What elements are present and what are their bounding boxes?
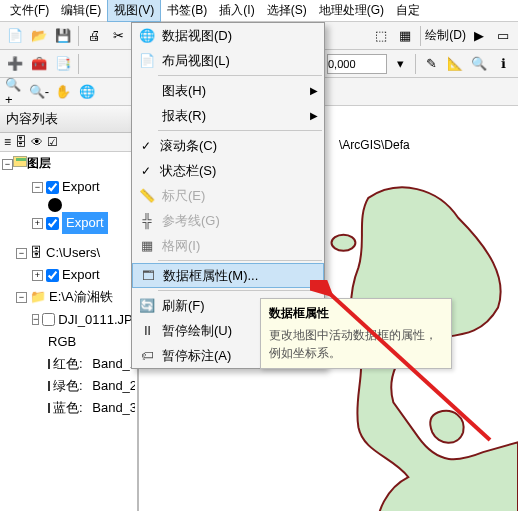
menu-separator (158, 290, 322, 291)
scale-input[interactable] (327, 54, 387, 74)
layer-checkbox[interactable] (46, 269, 59, 282)
separator (415, 54, 416, 74)
check-icon: ✓ (136, 164, 156, 178)
menu-dataframe-properties[interactable]: 🗔数据框属性(M)... (132, 263, 324, 288)
submenu-arrow-icon: ▶ (308, 85, 320, 96)
layer-checkbox[interactable] (46, 181, 59, 194)
draw-label: 绘制(D) (425, 27, 466, 44)
toc-dji[interactable]: −DJI_0111.JPG (2, 309, 135, 331)
collapse-icon[interactable]: − (32, 314, 39, 325)
folder-icon: 📁 (30, 286, 46, 308)
menu-view[interactable]: 视图(V) (107, 0, 161, 22)
toc-layers-root[interactable]: −图层 (2, 155, 129, 172)
blue-swatch-icon (48, 403, 50, 413)
collapse-icon[interactable]: − (2, 159, 13, 170)
list-by-visibility-icon[interactable]: 👁 (31, 135, 43, 149)
toc-export-selected[interactable]: +Export (2, 212, 135, 234)
separator (420, 26, 421, 46)
add-data-icon[interactable]: ➕ (4, 53, 26, 75)
menu-insert[interactable]: 插入(I) (213, 0, 260, 21)
save-icon[interactable]: 💾 (52, 25, 74, 47)
collapse-icon[interactable]: − (16, 292, 27, 303)
ruler-icon: 📏 (136, 188, 158, 203)
open-icon[interactable]: 📂 (28, 25, 50, 47)
menu-data-view[interactable]: 🌐数据视图(D) (132, 23, 324, 48)
menu-separator (158, 75, 322, 76)
polygon-feature-tiny (331, 235, 355, 251)
layers-icon[interactable]: ⬚ (370, 25, 392, 47)
check-icon: ✓ (136, 139, 156, 153)
globe-icon: 🌐 (136, 28, 158, 43)
toc-band-red: 红色: Band_1 (2, 353, 135, 375)
tooltip-title: 数据框属性 (269, 305, 443, 322)
layer-checkbox[interactable] (46, 217, 59, 230)
point-symbol-icon (48, 198, 62, 212)
toc-symbol-circle (2, 198, 135, 212)
toc-export2[interactable]: +Export (2, 264, 135, 286)
menu-separator (158, 130, 322, 131)
new-icon[interactable]: 📄 (4, 25, 26, 47)
rect-icon[interactable]: ▭ (492, 25, 514, 47)
catalog-icon[interactable]: 📑 (52, 53, 74, 75)
dropdown-icon[interactable]: ▾ (389, 53, 411, 75)
zoom-out-icon[interactable]: 🔍- (28, 81, 50, 103)
green-swatch-icon (48, 381, 50, 391)
list-by-source-icon[interactable]: 🗄 (15, 135, 27, 149)
menu-report[interactable]: 报表(R)▶ (132, 103, 324, 128)
pointer-icon[interactable]: ▶ (468, 25, 490, 47)
editor-icon[interactable]: ✎ (420, 53, 442, 75)
full-extent-icon[interactable]: 🌐 (76, 81, 98, 103)
nav-toolbar-area: 🔍+ 🔍- ✋ 🌐 内容列表 ≡ 🗄 👁 ☑ −图层 (0, 78, 131, 175)
print-icon[interactable]: 🖨 (83, 25, 105, 47)
toc-path2[interactable]: −🗄C:\Users\ (2, 242, 135, 264)
menu-bookmark[interactable]: 书签(B) (161, 0, 213, 21)
toc-band-green: 绿色: Band_2 (2, 375, 135, 397)
measure-icon[interactable]: 📐 (444, 53, 466, 75)
submenu-arrow-icon: ▶ (308, 110, 320, 121)
red-swatch-icon (48, 359, 50, 369)
path-label: \ArcGIS\Defa (339, 138, 410, 152)
polygon-feature-small (430, 411, 463, 443)
grid-icon: ▦ (136, 238, 158, 253)
menu-statusbar[interactable]: ✓状态栏(S) (132, 158, 324, 183)
menu-layout-view[interactable]: 📄布局视图(L) (132, 48, 324, 73)
toc-rgb: RGB (2, 331, 135, 353)
menu-chart[interactable]: 图表(H)▶ (132, 78, 324, 103)
expand-icon[interactable]: + (32, 218, 43, 229)
refresh-icon: 🔄 (136, 298, 158, 313)
pause-icon: ⏸ (136, 323, 158, 338)
layers-icon (13, 156, 27, 167)
toc-path3[interactable]: −📁E:\A渝湘铁 (2, 286, 135, 308)
list-by-selection-icon[interactable]: ☑ (47, 135, 58, 149)
menubar: 文件(F) 编辑(E) 视图(V) 书签(B) 插入(I) 选择(S) 地理处理… (0, 0, 518, 22)
tooltip: 数据框属性 更改地图中活动数据框的属性，例如坐标系。 (260, 298, 452, 369)
toc-toolbar: ≡ 🗄 👁 ☑ (0, 133, 131, 152)
list-by-drawing-icon[interactable]: ≡ (4, 135, 11, 149)
menu-select[interactable]: 选择(S) (261, 0, 313, 21)
cut-icon[interactable]: ✂ (107, 25, 129, 47)
properties-icon: 🗔 (137, 268, 159, 283)
collapse-icon[interactable]: − (32, 182, 43, 193)
menu-edit[interactable]: 编辑(E) (55, 0, 107, 21)
menu-geoprocessing[interactable]: 地理处理(G) (313, 0, 390, 21)
menu-customize[interactable]: 自定 (390, 0, 426, 21)
page-icon: 📄 (136, 53, 158, 68)
menu-scrollbar[interactable]: ✓滚动条(C) (132, 133, 324, 158)
menu-file[interactable]: 文件(F) (4, 0, 55, 21)
toolbox-icon[interactable]: 🧰 (28, 53, 50, 75)
layer-checkbox[interactable] (42, 313, 55, 326)
collapse-icon[interactable]: − (16, 248, 27, 259)
pan-icon[interactable]: ✋ (52, 81, 74, 103)
toc-band-blue: 蓝色: Band_3 (2, 397, 135, 419)
toc-export1[interactable]: −Export (2, 176, 135, 198)
expand-icon[interactable]: + (32, 270, 43, 281)
tooltip-body: 更改地图中活动数据框的属性，例如坐标系。 (269, 326, 443, 362)
magnify-icon[interactable]: 🔍 (468, 53, 490, 75)
menu-ruler: 📏标尺(E) (132, 183, 324, 208)
guides-icon: ╬ (136, 213, 158, 228)
grid-icon[interactable]: ▦ (394, 25, 416, 47)
toc-title: 内容列表 (0, 106, 131, 133)
menu-grid: ▦格网(I) (132, 233, 324, 258)
identify-icon[interactable]: ℹ (492, 53, 514, 75)
zoom-in-icon[interactable]: 🔍+ (4, 81, 26, 103)
